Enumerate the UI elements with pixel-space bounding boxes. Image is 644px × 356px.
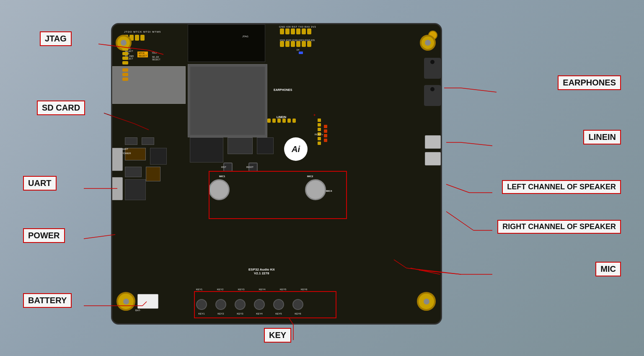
svg-line-15	[446, 212, 473, 230]
pcb-board: JTDO MTCK MTDI MTM5 JTAG GND IO0 RST TX0…	[111, 23, 442, 325]
linein-label: LINEIN	[583, 130, 621, 144]
svg-line-8	[461, 88, 497, 92]
right-channel-label: RIGHT CHANNEL OF SPEAKER	[497, 220, 621, 234]
svg-line-5	[84, 235, 115, 239]
uart-label: UART	[23, 176, 57, 191]
power-label: POWER	[23, 228, 65, 243]
jtag-label: JTAG	[40, 31, 72, 46]
key-label: KEY	[264, 328, 291, 343]
svg-line-10	[461, 142, 492, 146]
mic-label: MIC	[595, 262, 621, 276]
svg-line-13	[446, 184, 469, 193]
battery-label: BATTERY	[23, 293, 72, 308]
earphones-label: EARPHONES	[558, 75, 621, 90]
left-channel-label: LEFT CHANNEL OF SPEAKER	[502, 180, 621, 194]
sd-card-label: SD CARD	[37, 101, 85, 115]
